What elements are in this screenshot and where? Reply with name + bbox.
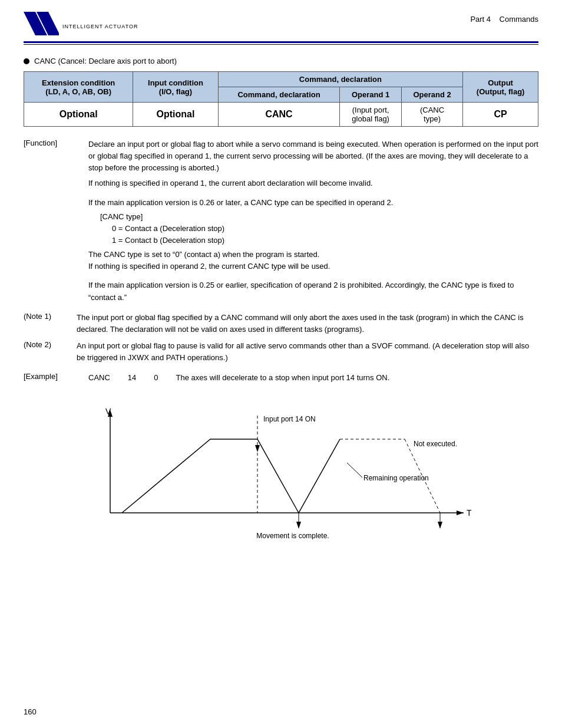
canc-title: CANC (Cancel: Declare axis port to abort… bbox=[34, 57, 177, 65]
function-para1: Declare an input port or global flag to … bbox=[88, 139, 538, 174]
input-port-label: Input port 14 ON bbox=[263, 415, 316, 423]
remaining-operation-label: Remaining operation bbox=[363, 474, 429, 482]
page-number: 160 bbox=[24, 707, 37, 716]
cell-operand2: (CANC type) bbox=[401, 103, 462, 127]
logo-area: INTELLIGENT ACTUATOR bbox=[24, 12, 138, 35]
note-1-row: (Note 1) The input port or global flag s… bbox=[24, 312, 538, 335]
bullet-title: CANC (Cancel: Declare axis port to abort… bbox=[24, 57, 538, 65]
function-row: [Function] Declare an input port or glob… bbox=[24, 139, 538, 304]
canc-type-label: [CANC type] bbox=[100, 211, 538, 223]
svg-marker-9 bbox=[255, 445, 260, 452]
header-part-info: Part 4 Commands bbox=[470, 12, 538, 24]
cell-canc: CANC bbox=[218, 103, 340, 127]
col-extension-header: Extension condition (LD, A, O, AB, OB) bbox=[24, 72, 133, 103]
example-arg2: 0 bbox=[154, 372, 158, 384]
col-command-declaration-header: Command, declaration bbox=[218, 72, 463, 87]
header-line-thin bbox=[24, 44, 538, 45]
cell-optional-1: Optional bbox=[24, 103, 133, 127]
svg-marker-5 bbox=[457, 510, 464, 515]
svg-marker-13 bbox=[438, 522, 442, 529]
bullet-icon bbox=[24, 58, 29, 64]
page: INTELLIGENT ACTUATOR Part 4 Commands CAN… bbox=[0, 0, 562, 728]
example-section: [Example] CANC 14 0 The axes will decele… bbox=[24, 372, 538, 386]
example-cmd-name: CANC bbox=[88, 372, 110, 384]
example-arg1: 14 bbox=[128, 372, 136, 384]
svg-marker-11 bbox=[296, 522, 301, 529]
function-para2: If nothing is specified in operand 1, th… bbox=[88, 177, 538, 189]
function-section: [Function] Declare an input port or glob… bbox=[24, 139, 538, 304]
function-content: Declare an input port or global flag to … bbox=[88, 139, 538, 304]
example-row: [Example] CANC 14 0 The axes will decele… bbox=[24, 372, 538, 386]
not-executed-label: Not executed. bbox=[414, 440, 457, 448]
function-para4: The CANC type is set to “0” (contact a) … bbox=[88, 249, 538, 261]
t-axis-label: T bbox=[467, 508, 472, 518]
canc-type-1: 1 = Contact b (Deceleration stop) bbox=[112, 235, 538, 246]
header-section: Commands bbox=[500, 15, 538, 24]
cell-operand1: (Input port, global flag) bbox=[340, 103, 401, 127]
cell-optional-2: Optional bbox=[133, 103, 218, 127]
example-content: CANC 14 0 The axes will decelerate to a … bbox=[88, 372, 538, 386]
note-2-row: (Note 2) An input port or global flag to… bbox=[24, 340, 538, 364]
movement-complete-label: Movement is complete. bbox=[256, 532, 329, 539]
page-header: INTELLIGENT ACTUATOR Part 4 Commands bbox=[24, 12, 538, 35]
col-input-header: Input condition (I/O, flag) bbox=[133, 72, 218, 103]
header-part: Part 4 bbox=[470, 15, 491, 24]
notes-section: (Note 1) The input port or global flag s… bbox=[24, 312, 538, 364]
svg-line-14 bbox=[347, 463, 362, 477]
col-operand1-sub: Operand 1 bbox=[340, 87, 401, 103]
cell-output: CP bbox=[463, 103, 538, 127]
note-1-label: (Note 1) bbox=[24, 312, 77, 335]
example-command-line: CANC 14 0 The axes will decelerate to a … bbox=[88, 372, 538, 384]
company-logo bbox=[24, 12, 59, 35]
velocity-chart: V T bbox=[75, 404, 487, 539]
command-table: Extension condition (LD, A, O, AB, OB) I… bbox=[24, 71, 538, 127]
canc-type-0: 0 = Contact a (Deceleration stop) bbox=[112, 223, 538, 235]
example-description: The axes will decelerate to a stop when … bbox=[176, 372, 390, 384]
note-2-content: An input port or global flag to pause is… bbox=[77, 340, 538, 364]
col-operand2-sub: Operand 2 bbox=[401, 87, 462, 103]
note-2-label: (Note 2) bbox=[24, 340, 77, 364]
page-footer: 160 bbox=[24, 707, 37, 716]
col-command-sub: Command, declaration bbox=[218, 87, 340, 103]
chart-svg: V T bbox=[75, 404, 487, 539]
example-label: [Example] bbox=[24, 372, 88, 386]
function-para5: If nothing is specified in operand 2, th… bbox=[88, 261, 538, 272]
col-output-header: Output (Output, flag) bbox=[463, 72, 538, 103]
note-1-content: The input port or global flag specified … bbox=[77, 312, 538, 335]
function-para6: If the main application version is 0.25 … bbox=[88, 279, 538, 303]
logo-text: INTELLIGENT ACTUATOR bbox=[62, 24, 138, 29]
function-label: [Function] bbox=[24, 139, 88, 304]
function-para3: If the main application version is 0.26 … bbox=[88, 197, 538, 209]
header-line-thick bbox=[24, 41, 538, 43]
